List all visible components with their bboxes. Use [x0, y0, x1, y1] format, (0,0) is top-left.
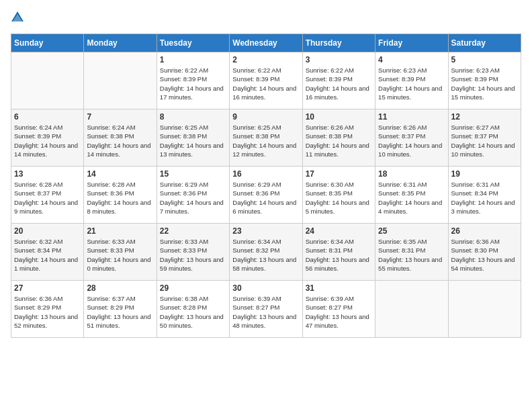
cell-info: Sunrise: 6:22 AM Sunset: 8:39 PM Dayligh… [160, 66, 226, 101]
cell-info: Sunrise: 6:27 AM Sunset: 8:37 PM Dayligh… [451, 123, 518, 158]
day-number: 30 [232, 283, 299, 293]
day-number: 1 [160, 55, 226, 64]
cell-info: Sunrise: 6:34 AM Sunset: 8:31 PM Dayligh… [306, 237, 372, 273]
weekday-header: Friday [375, 34, 448, 52]
day-number: 20 [14, 226, 81, 236]
calendar-cell [84, 52, 157, 109]
day-number: 23 [232, 226, 299, 236]
page-header [11, 11, 521, 27]
day-number: 11 [378, 112, 445, 122]
day-number: 5 [451, 55, 518, 64]
calendar-cell: 30Sunrise: 6:39 AM Sunset: 8:27 PM Dayli… [230, 281, 302, 338]
cell-info: Sunrise: 6:39 AM Sunset: 8:27 PM Dayligh… [232, 294, 299, 330]
calendar-cell: 13Sunrise: 6:28 AM Sunset: 8:37 PM Dayli… [11, 167, 84, 224]
cell-info: Sunrise: 6:25 AM Sunset: 8:38 PM Dayligh… [160, 123, 226, 158]
weekday-header: Tuesday [157, 34, 229, 52]
calendar-week-row: 6Sunrise: 6:24 AM Sunset: 8:39 PM Daylig… [11, 109, 521, 167]
calendar-week-row: 27Sunrise: 6:36 AM Sunset: 8:29 PM Dayli… [11, 281, 521, 338]
cell-info: Sunrise: 6:36 AM Sunset: 8:29 PM Dayligh… [14, 294, 81, 330]
calendar-cell: 9Sunrise: 6:25 AM Sunset: 8:38 PM Daylig… [230, 109, 302, 167]
calendar-cell: 1Sunrise: 6:22 AM Sunset: 8:39 PM Daylig… [157, 52, 229, 109]
cell-info: Sunrise: 6:26 AM Sunset: 8:37 PM Dayligh… [378, 123, 445, 158]
day-number: 6 [14, 112, 81, 122]
logo-image [11, 11, 24, 27]
cell-info: Sunrise: 6:32 AM Sunset: 8:34 PM Dayligh… [14, 237, 81, 273]
cell-info: Sunrise: 6:31 AM Sunset: 8:35 PM Dayligh… [378, 180, 445, 216]
day-number: 29 [160, 283, 226, 293]
calendar-cell: 31Sunrise: 6:39 AM Sunset: 8:27 PM Dayli… [302, 281, 375, 338]
calendar-cell: 15Sunrise: 6:29 AM Sunset: 8:36 PM Dayli… [157, 167, 229, 224]
day-number: 26 [451, 226, 518, 236]
calendar-cell: 10Sunrise: 6:26 AM Sunset: 8:38 PM Dayli… [302, 109, 375, 167]
weekday-header: Saturday [448, 34, 521, 52]
weekday-header: Wednesday [230, 34, 302, 52]
calendar-cell: 2Sunrise: 6:22 AM Sunset: 8:39 PM Daylig… [230, 52, 302, 109]
cell-info: Sunrise: 6:28 AM Sunset: 8:37 PM Dayligh… [14, 180, 81, 216]
calendar-cell: 16Sunrise: 6:29 AM Sunset: 8:36 PM Dayli… [230, 167, 302, 224]
day-number: 13 [14, 169, 81, 179]
day-number: 7 [87, 112, 153, 122]
cell-info: Sunrise: 6:22 AM Sunset: 8:39 PM Dayligh… [232, 66, 299, 101]
calendar-week-row: 20Sunrise: 6:32 AM Sunset: 8:34 PM Dayli… [11, 224, 521, 281]
day-number: 28 [87, 283, 153, 293]
day-number: 21 [87, 226, 153, 236]
weekday-header: Sunday [11, 34, 84, 52]
day-number: 16 [232, 169, 299, 179]
calendar-cell: 4Sunrise: 6:23 AM Sunset: 8:39 PM Daylig… [375, 52, 448, 109]
weekday-header-row: SundayMondayTuesdayWednesdayThursdayFrid… [11, 34, 521, 52]
calendar-cell: 29Sunrise: 6:38 AM Sunset: 8:28 PM Dayli… [157, 281, 229, 338]
calendar-cell: 8Sunrise: 6:25 AM Sunset: 8:38 PM Daylig… [157, 109, 229, 167]
day-number: 9 [232, 112, 299, 122]
calendar-week-row: 13Sunrise: 6:28 AM Sunset: 8:37 PM Dayli… [11, 167, 521, 224]
calendar-cell: 17Sunrise: 6:30 AM Sunset: 8:35 PM Dayli… [302, 167, 375, 224]
calendar-cell: 20Sunrise: 6:32 AM Sunset: 8:34 PM Dayli… [11, 224, 84, 281]
cell-info: Sunrise: 6:28 AM Sunset: 8:36 PM Dayligh… [87, 180, 153, 216]
cell-info: Sunrise: 6:36 AM Sunset: 8:30 PM Dayligh… [451, 237, 518, 273]
day-number: 4 [378, 55, 445, 64]
cell-info: Sunrise: 6:35 AM Sunset: 8:31 PM Dayligh… [378, 237, 445, 273]
day-number: 17 [306, 169, 372, 179]
weekday-header: Thursday [302, 34, 375, 52]
calendar-cell: 7Sunrise: 6:24 AM Sunset: 8:38 PM Daylig… [84, 109, 157, 167]
day-number: 24 [306, 226, 372, 236]
cell-info: Sunrise: 6:22 AM Sunset: 8:39 PM Dayligh… [306, 66, 372, 101]
cell-info: Sunrise: 6:33 AM Sunset: 8:33 PM Dayligh… [160, 237, 226, 273]
cell-info: Sunrise: 6:26 AM Sunset: 8:38 PM Dayligh… [306, 123, 372, 158]
day-number: 25 [378, 226, 445, 236]
cell-info: Sunrise: 6:31 AM Sunset: 8:34 PM Dayligh… [451, 180, 518, 216]
cell-info: Sunrise: 6:24 AM Sunset: 8:38 PM Dayligh… [87, 123, 153, 158]
day-number: 2 [232, 55, 299, 64]
calendar-body: 1Sunrise: 6:22 AM Sunset: 8:39 PM Daylig… [11, 52, 521, 338]
day-number: 18 [378, 169, 445, 179]
calendar-cell [375, 281, 448, 338]
calendar-cell: 21Sunrise: 6:33 AM Sunset: 8:33 PM Dayli… [84, 224, 157, 281]
cell-info: Sunrise: 6:23 AM Sunset: 8:39 PM Dayligh… [378, 66, 445, 101]
day-number: 12 [451, 112, 518, 122]
day-number: 27 [14, 283, 81, 293]
cell-info: Sunrise: 6:34 AM Sunset: 8:32 PM Dayligh… [232, 237, 299, 273]
cell-info: Sunrise: 6:29 AM Sunset: 8:36 PM Dayligh… [160, 180, 226, 216]
calendar-cell [448, 281, 521, 338]
calendar-cell: 14Sunrise: 6:28 AM Sunset: 8:36 PM Dayli… [84, 167, 157, 224]
calendar-cell: 5Sunrise: 6:23 AM Sunset: 8:39 PM Daylig… [448, 52, 521, 109]
calendar-cell: 28Sunrise: 6:37 AM Sunset: 8:29 PM Dayli… [84, 281, 157, 338]
cell-info: Sunrise: 6:37 AM Sunset: 8:29 PM Dayligh… [87, 294, 153, 330]
cell-info: Sunrise: 6:33 AM Sunset: 8:33 PM Dayligh… [87, 237, 153, 273]
day-number: 8 [160, 112, 226, 122]
calendar-cell: 12Sunrise: 6:27 AM Sunset: 8:37 PM Dayli… [448, 109, 521, 167]
calendar-table: SundayMondayTuesdayWednesdayThursdayFrid… [11, 34, 521, 338]
day-number: 31 [306, 283, 372, 293]
day-number: 10 [306, 112, 372, 122]
cell-info: Sunrise: 6:38 AM Sunset: 8:28 PM Dayligh… [160, 294, 226, 330]
calendar-cell: 18Sunrise: 6:31 AM Sunset: 8:35 PM Dayli… [375, 167, 448, 224]
cell-info: Sunrise: 6:23 AM Sunset: 8:39 PM Dayligh… [451, 66, 518, 101]
calendar-cell: 3Sunrise: 6:22 AM Sunset: 8:39 PM Daylig… [302, 52, 375, 109]
day-number: 15 [160, 169, 226, 179]
calendar-header: SundayMondayTuesdayWednesdayThursdayFrid… [11, 34, 521, 52]
day-number: 3 [306, 55, 372, 64]
calendar-cell: 26Sunrise: 6:36 AM Sunset: 8:30 PM Dayli… [448, 224, 521, 281]
day-number: 22 [160, 226, 226, 236]
calendar-cell: 19Sunrise: 6:31 AM Sunset: 8:34 PM Dayli… [448, 167, 521, 224]
calendar-week-row: 1Sunrise: 6:22 AM Sunset: 8:39 PM Daylig… [11, 52, 521, 109]
cell-info: Sunrise: 6:39 AM Sunset: 8:27 PM Dayligh… [306, 294, 372, 330]
